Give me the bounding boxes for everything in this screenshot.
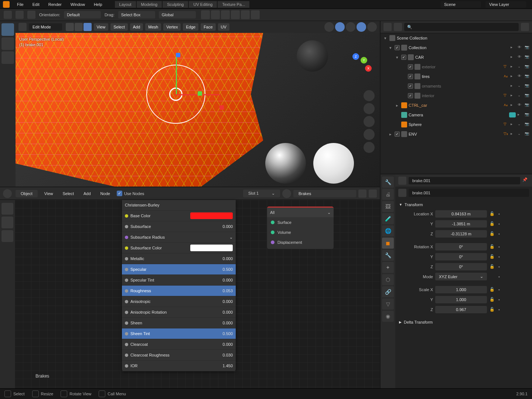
object-data-icon[interactable] bbox=[398, 189, 406, 197]
bsdf-row-basecolor[interactable]: Base Color bbox=[122, 211, 236, 221]
location-x-field[interactable]: 0.84163 m bbox=[435, 210, 487, 218]
outliner-item-camera[interactable]: Camera▸📷 bbox=[381, 110, 532, 120]
vertex-select-icon[interactable] bbox=[66, 23, 74, 31]
zoom-icon[interactable] bbox=[364, 90, 375, 101]
rotation-x-field[interactable]: 0° bbox=[435, 243, 487, 250]
transform-header[interactable]: ▼Transform bbox=[399, 201, 528, 209]
outliner-item-ctrlcar[interactable]: ▸CTRL_car⋏₄▸👁📷 bbox=[381, 100, 532, 110]
checkbox-icon[interactable] bbox=[395, 132, 400, 137]
scale-z-field[interactable]: 0.967 bbox=[435, 306, 487, 313]
material-output-node[interactable]: All⌄ Surface Volume Displacement bbox=[267, 207, 334, 249]
face-select-icon[interactable] bbox=[83, 23, 92, 31]
outliner-item-sphere[interactable]: Sphere▽▸⌄📷 bbox=[381, 120, 532, 129]
node-editor-type-icon[interactable] bbox=[3, 189, 12, 198]
tab-texturepaint[interactable]: Texture Pa... bbox=[218, 1, 249, 8]
prop-tab-modifiers[interactable]: 🔧 bbox=[382, 250, 394, 261]
mode-dropdown[interactable]: Edit Mode bbox=[29, 23, 62, 31]
volume-socket-icon[interactable] bbox=[271, 231, 274, 234]
outliner-filter-icon[interactable] bbox=[521, 23, 529, 31]
outliner-item-car[interactable]: ▾CAR▸👁📷 bbox=[381, 52, 532, 62]
input-socket-icon[interactable] bbox=[125, 289, 128, 293]
node-cursor-tool[interactable] bbox=[1, 216, 13, 228]
prop-tab-particles[interactable]: ✦ bbox=[382, 262, 394, 273]
checkbox-icon[interactable] bbox=[408, 74, 413, 79]
checkbox-icon[interactable] bbox=[408, 93, 413, 98]
pan-icon[interactable] bbox=[364, 103, 375, 114]
vp-menu-select[interactable]: Select bbox=[110, 23, 128, 31]
shading-mode-icon[interactable] bbox=[367, 22, 377, 32]
drag-dropdown[interactable]: Select Box bbox=[118, 11, 155, 18]
node-select-tool[interactable] bbox=[1, 203, 13, 215]
prop-tab-data[interactable]: ▽ bbox=[382, 299, 394, 310]
prop-tab-scene[interactable]: 🧪 bbox=[382, 213, 394, 224]
bsdf-row-subrad[interactable]: Subsurface Radius⌄ bbox=[122, 232, 236, 243]
outliner-type-icon[interactable] bbox=[383, 23, 392, 31]
outliner-item-tires[interactable]: tires⋏₄▸👁📷 bbox=[381, 72, 532, 81]
outliner-root[interactable]: ▾ Scene Collection bbox=[381, 33, 532, 43]
lock-icon[interactable]: 🔓 bbox=[489, 244, 495, 249]
lock-icon[interactable]: 🔓 bbox=[489, 307, 495, 312]
menu-file[interactable]: File bbox=[13, 1, 27, 8]
menu-render[interactable]: Render bbox=[45, 1, 65, 8]
ortho-icon[interactable] bbox=[364, 129, 375, 140]
tab-modeling[interactable]: Modeling bbox=[137, 1, 162, 8]
input-socket-icon[interactable] bbox=[125, 279, 128, 282]
outliner-search-input[interactable]: 🔍 bbox=[404, 23, 519, 31]
input-socket-icon[interactable] bbox=[125, 214, 128, 218]
menu-edit[interactable]: Edit bbox=[29, 1, 43, 8]
node-menu-select[interactable]: Select bbox=[59, 190, 77, 197]
grid-icon[interactable] bbox=[364, 142, 375, 153]
snap-target-icon[interactable] bbox=[211, 10, 220, 19]
input-socket-icon[interactable] bbox=[125, 364, 128, 368]
normals-icon[interactable] bbox=[251, 10, 260, 19]
vp-menu-edge[interactable]: Edge bbox=[183, 23, 198, 31]
outliner-item-exterior[interactable]: exterior▽▸⌄📷 bbox=[381, 62, 532, 72]
prop-tab-world[interactable]: 🌐 bbox=[382, 225, 394, 236]
vp-menu-uv[interactable]: UV bbox=[218, 23, 229, 31]
use-nodes-checkbox[interactable]: ✓ Use Nodes bbox=[117, 191, 144, 196]
move-tool-icon[interactable] bbox=[27, 11, 35, 19]
input-socket-icon[interactable] bbox=[125, 268, 128, 271]
object-name-field[interactable]: brake.001 bbox=[409, 189, 529, 197]
bsdf-row-subsurface[interactable]: Subsurface0.000 bbox=[122, 221, 236, 232]
outliner-item-env[interactable]: ▸ENV▽₂▸⌄📷 bbox=[381, 129, 532, 139]
prop-tab-object[interactable]: ◼ bbox=[382, 238, 394, 249]
input-socket-icon[interactable] bbox=[125, 246, 128, 250]
bsdf-row-specular[interactable]: Specular0.500 bbox=[122, 264, 236, 275]
viewport-scene[interactable]: User Perspective (Local) (1) brake.001 X… bbox=[16, 33, 380, 187]
matout-volume[interactable]: Volume bbox=[267, 227, 334, 237]
snap-icon[interactable] bbox=[201, 10, 210, 19]
bsdf-row-clearcoat[interactable]: Clearcoat0.000 bbox=[122, 339, 236, 350]
node-canvas[interactable]: Brakes Christensen-Burley Base Color Sub… bbox=[15, 200, 380, 388]
gizmo-y-axis[interactable] bbox=[176, 57, 177, 94]
input-socket-icon[interactable] bbox=[125, 257, 128, 260]
menu-help[interactable]: Help bbox=[90, 1, 106, 8]
basecolor-swatch[interactable] bbox=[190, 212, 233, 219]
editor-type-icon[interactable] bbox=[4, 11, 12, 19]
checkbox-icon[interactable] bbox=[408, 64, 413, 69]
nav-x-icon[interactable]: X bbox=[365, 65, 372, 72]
bsdf-row-sheen[interactable]: Sheen0.000 bbox=[122, 318, 236, 328]
prop-tab-material[interactable]: ◉ bbox=[382, 311, 394, 322]
matout-header[interactable]: All⌄ bbox=[267, 208, 334, 217]
outliner-item-collection[interactable]: ▾Collection▸👁📷 bbox=[381, 43, 532, 52]
camera-icon[interactable] bbox=[364, 116, 375, 127]
snap-enabled-icon[interactable] bbox=[335, 22, 345, 32]
checkbox-icon[interactable] bbox=[395, 45, 400, 50]
checkbox-icon[interactable] bbox=[401, 55, 406, 60]
input-socket-icon[interactable] bbox=[125, 343, 128, 346]
object-mode-dropdown[interactable]: Object bbox=[16, 190, 38, 197]
prop-tab-viewlayer[interactable]: 🖼 bbox=[382, 201, 394, 212]
vp-menu-vertex[interactable]: Vertex bbox=[163, 23, 181, 31]
proportional-icon[interactable] bbox=[221, 10, 230, 19]
orientation-dropdown[interactable]: Default bbox=[64, 11, 101, 18]
bsdf-row-spectint[interactable]: Specular Tint0.000 bbox=[122, 275, 236, 286]
bsdf-row-aniso[interactable]: Anisotropic0.000 bbox=[122, 296, 236, 307]
prop-tab-render[interactable]: 🔧 bbox=[382, 177, 394, 188]
matout-displacement[interactable]: Displacement bbox=[267, 237, 334, 247]
bsdf-row-sheentint[interactable]: Sheen Tint0.500 bbox=[122, 328, 236, 339]
falloff-icon[interactable] bbox=[231, 10, 240, 19]
input-socket-icon[interactable] bbox=[125, 225, 128, 228]
nav-y-icon[interactable]: Y bbox=[361, 57, 367, 64]
outliner-item-interior[interactable]: interior▽▸⌄📷 bbox=[381, 91, 532, 100]
